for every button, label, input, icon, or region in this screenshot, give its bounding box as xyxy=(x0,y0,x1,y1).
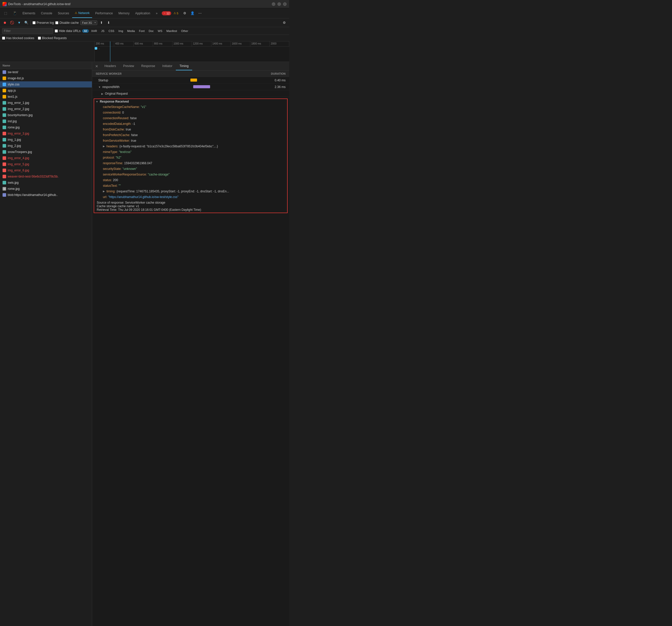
filter-js[interactable]: JS xyxy=(99,29,106,33)
tab-timing[interactable]: Timing xyxy=(176,62,192,70)
upload-icon[interactable]: ⬆ xyxy=(99,20,104,26)
close-button[interactable]: ✕ xyxy=(283,2,287,6)
tab-inspector[interactable]: ⬚ xyxy=(2,9,10,18)
expand-arrow-response-received[interactable]: ▼ xyxy=(96,100,98,103)
expand-arrow-respond[interactable]: ▼ xyxy=(98,86,101,89)
disable-cache-checkbox[interactable]: Disable cache xyxy=(55,21,78,25)
filter-xhr[interactable]: XHR xyxy=(89,29,99,33)
disable-cache-input[interactable] xyxy=(55,21,58,24)
filter-ws[interactable]: WS xyxy=(156,29,164,33)
file-ind[interactable]: ind.jpg xyxy=(0,118,92,124)
network-warn-icon: ⚠ xyxy=(75,11,77,15)
file-img-2[interactable]: img_2.jpg xyxy=(0,143,92,149)
download-icon[interactable]: ⬇ xyxy=(106,20,112,26)
file-swis[interactable]: swis.jpg xyxy=(0,179,92,186)
timing-startup-row: Startup 0.40 ms xyxy=(92,77,289,83)
file-snow-troopers[interactable]: snowTroopers.jpg xyxy=(0,149,92,155)
response-url-row: url: "https://anubhamathur14.github.io/s… xyxy=(100,194,287,200)
tab-initiator[interactable]: Initiator xyxy=(159,62,176,70)
file-icon-swis xyxy=(3,181,6,185)
tab-response[interactable]: Response xyxy=(138,62,159,70)
tab-device[interactable]: 📱 xyxy=(10,9,20,18)
clear-button[interactable]: 🚫 xyxy=(9,20,15,26)
filter-manifest[interactable]: Manifest xyxy=(165,29,179,33)
file-text1-js[interactable]: text1.js xyxy=(0,94,92,100)
blocked-requests-checkbox[interactable]: Blocked Requests xyxy=(38,36,67,40)
preserve-log-input[interactable] xyxy=(32,21,35,24)
tab-sources[interactable]: Sources xyxy=(55,9,72,18)
file-name-blob: blob:https://anubhamathur14.github.. xyxy=(8,193,57,197)
file-bounty-hunters[interactable]: bountyHunters.jpg xyxy=(0,112,92,118)
expand-arrow-timing-detail[interactable]: ▶ xyxy=(103,189,105,194)
file-img-error-1[interactable]: img_error_1.jpg xyxy=(0,100,92,106)
timing-service-worker-header: Service Worker DURATION xyxy=(92,71,289,77)
has-blocked-cookies-checkbox[interactable]: Has blocked cookies xyxy=(2,36,34,40)
hide-data-urls-checkbox[interactable]: Hide data URLs xyxy=(55,29,80,33)
tab-elements[interactable]: Elements xyxy=(20,9,38,18)
file-img-error-4[interactable]: img_error_4.jpg xyxy=(0,155,92,161)
settings-icon[interactable]: ⚙ xyxy=(181,10,188,17)
user-icon[interactable]: 👤 xyxy=(189,10,196,17)
minimize-button[interactable]: — xyxy=(272,2,275,6)
file-icon-bounty-hunters xyxy=(3,113,6,117)
file-blob[interactable]: blob:https://anubhamathur14.github.. xyxy=(0,192,92,198)
file-icon-img-error-5 xyxy=(3,163,6,166)
search-button[interactable]: 🔍 xyxy=(24,20,29,26)
filter-css[interactable]: CSS xyxy=(107,29,116,33)
file-name-style-css: style.css xyxy=(8,82,20,86)
settings-gear-icon[interactable]: ⚙ xyxy=(282,20,287,26)
tab-console[interactable]: Console xyxy=(39,9,55,18)
filter-all[interactable]: All xyxy=(82,29,89,33)
file-weaver-bird[interactable]: weaver-bird-nest-56e6c0323df78c5b. xyxy=(0,173,92,179)
hide-data-urls-input[interactable] xyxy=(55,29,58,32)
tick-2000: 2000 xyxy=(270,42,289,46)
filter-icon[interactable]: ▼ xyxy=(16,20,22,26)
filter-media[interactable]: Media xyxy=(125,29,137,33)
record-button[interactable]: ⏺ xyxy=(2,20,8,26)
file-rome-gear[interactable]: ⚙ rome.jpg xyxy=(0,186,92,192)
timing-startup-bar xyxy=(190,78,197,81)
file-name-rome: rome.jpg xyxy=(8,126,20,129)
tab-application[interactable]: Application xyxy=(133,9,153,18)
filter-input[interactable] xyxy=(4,29,51,33)
file-icon-snow-troopers xyxy=(3,150,6,154)
filter-doc[interactable]: Doc xyxy=(147,29,155,33)
blocked-requests-input[interactable] xyxy=(38,37,41,40)
timeline-area[interactable]: 200 ms 400 ms 600 ms 800 ms 1000 ms 1200… xyxy=(0,42,289,62)
timing-original-request-row: ▶Original Request xyxy=(92,90,289,97)
throttle-select[interactable]: Fast 3G xyxy=(80,21,97,25)
file-rome[interactable]: rome.jpg xyxy=(0,124,92,130)
file-icon-img-error-2 xyxy=(3,107,6,111)
tab-preview[interactable]: Preview xyxy=(120,62,138,70)
file-img-error-2[interactable]: img_error_2.jpg xyxy=(0,106,92,112)
file-img-error-3[interactable]: img_error_3.jpg xyxy=(0,130,92,137)
has-blocked-cookies-input[interactable] xyxy=(2,37,5,40)
file-style-css[interactable]: style.css xyxy=(0,81,92,88)
window-controls[interactable]: — □ ✕ xyxy=(272,2,287,6)
filter-img[interactable]: Img xyxy=(117,29,125,33)
timing-original-request-bar-area xyxy=(135,92,263,95)
panel-close-button[interactable]: ✕ xyxy=(94,64,100,68)
expand-arrow-original[interactable]: ▶ xyxy=(101,92,103,95)
tab-performance[interactable]: Performance xyxy=(93,9,115,18)
tab-headers[interactable]: Headers xyxy=(101,62,120,70)
file-img-error-5[interactable]: img_error_5.jpg xyxy=(0,161,92,167)
file-image-list[interactable]: image-list.js xyxy=(0,75,92,81)
more-icon[interactable]: ⋯ xyxy=(196,10,204,17)
maximize-button[interactable]: □ xyxy=(278,2,281,6)
tab-memory[interactable]: Memory xyxy=(116,9,132,18)
throttle-select-wrap[interactable]: Fast 3G xyxy=(80,21,97,25)
response-connection-reused-row: connectionReused: false xyxy=(100,115,287,121)
filter-font[interactable]: Font xyxy=(137,29,146,33)
file-img-error-6[interactable]: img_error_6.jpg xyxy=(0,167,92,173)
expand-arrow-headers[interactable]: ▶ xyxy=(103,144,105,149)
preserve-log-checkbox[interactable]: Preserve log xyxy=(32,21,54,25)
file-sw-test[interactable]: sw-test/ xyxy=(0,69,92,75)
tab-more[interactable]: » xyxy=(153,9,160,18)
file-name-image-list: image-list.js xyxy=(8,76,24,80)
filter-other[interactable]: Other xyxy=(179,29,190,33)
file-app-js[interactable]: app.js xyxy=(0,88,92,94)
file-img-1[interactable]: img_1.jpg xyxy=(0,137,92,143)
tab-network[interactable]: ⚠ Network xyxy=(72,9,92,18)
filter-input-wrap[interactable] xyxy=(2,28,53,34)
